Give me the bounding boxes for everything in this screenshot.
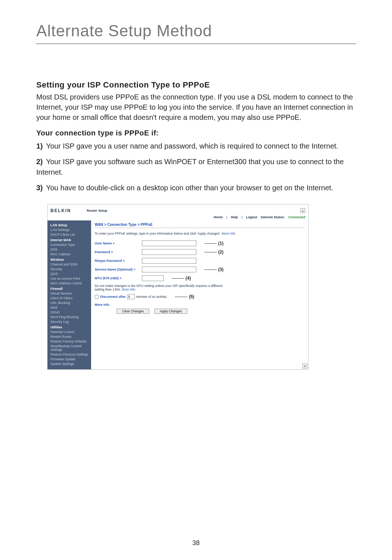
router-header: BELKIN Router Setup ▴ xyxy=(48,204,308,215)
sidebar-item[interactable]: Parental Control xyxy=(50,330,91,334)
nav-home[interactable]: Home xyxy=(214,215,223,219)
sidebar-item[interactable]: WAN Ping Blocking xyxy=(50,315,91,319)
info-line: To enter your PPPoE settings, type in yo… xyxy=(95,232,305,235)
sidebar-item[interactable]: Security xyxy=(50,267,91,271)
username-input[interactable] xyxy=(142,240,196,246)
retype-password-input[interactable] xyxy=(142,258,196,264)
disconnect-checkbox[interactable] xyxy=(95,295,99,299)
router-top-nav: Home| Help| Logout Internet Status: Conn… xyxy=(48,215,308,220)
more-info-link[interactable]: More Info xyxy=(122,288,135,291)
sidebar-item[interactable]: Restart Router xyxy=(50,335,91,338)
list-num: 2) xyxy=(36,158,43,166)
list-text: Your ISP gave you a user name and passwo… xyxy=(44,142,338,150)
list-text: Your ISP gave you software such as WinPO… xyxy=(36,158,344,176)
list-text: You have to double-click on a desktop ic… xyxy=(44,184,333,192)
sidebar-item[interactable]: DDNS xyxy=(50,311,91,314)
nav-logout[interactable]: Logout xyxy=(246,215,257,219)
sidebar-cat: Utilities xyxy=(50,325,91,329)
more-info-link[interactable]: More Info xyxy=(95,303,305,307)
scroll-down-icon[interactable]: ▾ xyxy=(302,364,307,369)
sidebar-cat: Firewall xyxy=(50,287,91,291)
disconnect-suffix: minutes of no activity. xyxy=(136,295,167,299)
sidebar-item[interactable]: DNS xyxy=(50,248,91,251)
sidebar-item[interactable]: Client IP Filters xyxy=(50,296,91,300)
sidebar-item[interactable]: Connection Type xyxy=(50,243,91,247)
sidebar-item[interactable]: MAC Address Control xyxy=(50,281,91,285)
scroll-up-icon[interactable]: ▴ xyxy=(300,208,305,213)
sidebar-item[interactable]: Virtual Servers xyxy=(50,292,91,295)
page-title: Alternate Setup Method xyxy=(36,22,356,44)
sub-heading: Your connection type is PPPoE if: xyxy=(36,129,356,137)
password-input[interactable] xyxy=(142,249,196,255)
sidebar-item[interactable]: Restore Factory Defaults xyxy=(50,340,91,343)
mtu-label: MTU (576-1492) > xyxy=(95,276,142,280)
password-label: Password > xyxy=(95,250,142,254)
list-item: 3) You have to double-click on a desktop… xyxy=(36,183,356,193)
callout-2: (2) xyxy=(218,249,224,255)
retype-password-label: Retype Password > xyxy=(95,259,142,263)
sidebar-item[interactable]: DMZ xyxy=(50,306,91,309)
username-label: User Name > xyxy=(95,242,142,245)
sidebar-item[interactable]: Security Log xyxy=(50,320,91,324)
disconnect-label: Disconnect after xyxy=(100,295,126,299)
mtu-note-text: Do not make changes to the MTU setting u… xyxy=(95,284,222,291)
status-value: Connected xyxy=(288,215,305,219)
section-heading: Setting your ISP Connection Type to PPPo… xyxy=(36,80,356,90)
section-body: Most DSL providers use PPPoE as the conn… xyxy=(36,92,356,122)
list-item: 1) Your ISP gave you a user name and pas… xyxy=(36,141,356,151)
sidebar-item[interactable]: Save/Backup Current Settings xyxy=(50,344,91,352)
sidebar-item[interactable]: Restore Previous Settings xyxy=(50,353,91,356)
router-header-title: Router Setup xyxy=(87,209,107,212)
sidebar: LAN Setup LAN Settings DHCP Client List … xyxy=(48,220,91,369)
mtu-note: Do not make changes to the MTU setting u… xyxy=(95,284,225,291)
callout-5: (5) xyxy=(189,294,194,299)
sidebar-cat: LAN Setup xyxy=(50,223,91,227)
list-item: 2) Your ISP gave you software such as Wi… xyxy=(36,157,356,178)
nav-help[interactable]: Help xyxy=(231,215,238,219)
content-pane: WAN > Connection Type > PPPoE To enter y… xyxy=(91,220,308,369)
sidebar-item[interactable]: URL Blocking xyxy=(50,301,91,305)
sidebar-item[interactable]: Channel and SSID xyxy=(50,263,91,266)
callout-3: (3) xyxy=(218,267,224,272)
more-info-link[interactable]: More Info xyxy=(222,232,236,235)
sidebar-item[interactable]: MAC Address xyxy=(50,252,91,256)
callout-1: (1) xyxy=(218,241,224,246)
sidebar-item[interactable]: Use as Access Point xyxy=(50,277,91,280)
service-name-label: Service Name (Optional) > xyxy=(95,268,142,271)
criteria-list: 1) Your ISP gave you a user name and pas… xyxy=(36,141,356,193)
sidebar-item[interactable]: DHCP Client List xyxy=(50,233,91,236)
sidebar-cat: Internet WAN xyxy=(50,238,91,242)
router-screenshot: BELKIN Router Setup ▴ Home| Help| Logout… xyxy=(47,204,309,370)
list-num: 1) xyxy=(36,142,43,150)
sidebar-item[interactable]: Firmware Update xyxy=(50,357,91,361)
status-label: Internet Status: xyxy=(261,215,285,219)
callout-4: (4) xyxy=(185,276,191,281)
disconnect-minutes-input[interactable] xyxy=(127,294,135,299)
clear-changes-button[interactable]: Clear Changes xyxy=(117,309,149,314)
list-num: 3) xyxy=(36,184,43,192)
sidebar-item[interactable]: System Settings xyxy=(50,362,91,366)
brand-logo: BELKIN xyxy=(50,208,87,213)
apply-changes-button[interactable]: Apply Changes xyxy=(154,309,187,314)
sidebar-cat: Wireless xyxy=(50,258,91,261)
info-text: To enter your PPPoE settings, type in yo… xyxy=(95,232,222,235)
sidebar-item[interactable]: QOS xyxy=(50,272,91,276)
sidebar-item[interactable]: LAN Settings xyxy=(50,228,91,232)
page-number: 38 xyxy=(0,539,392,547)
service-name-input[interactable] xyxy=(142,267,196,272)
breadcrumb: WAN > Connection Type > PPPoE xyxy=(95,223,305,228)
mtu-input[interactable] xyxy=(142,275,164,281)
